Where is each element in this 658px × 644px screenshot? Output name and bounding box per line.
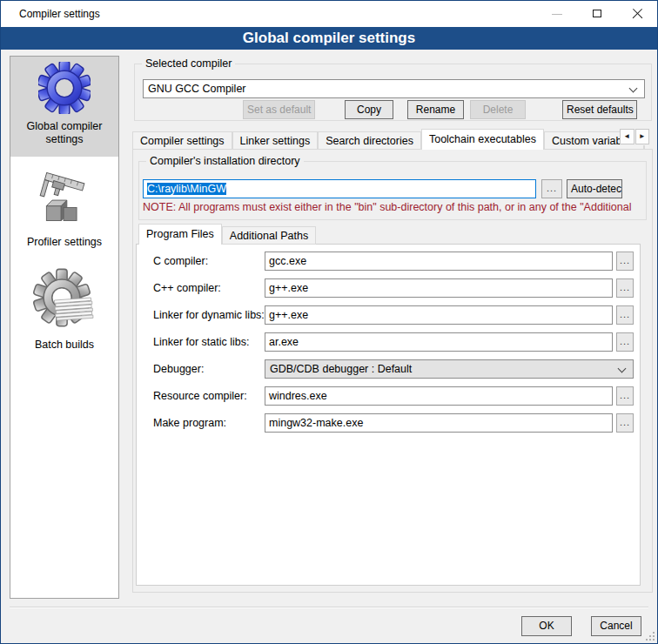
- maximize-button[interactable]: [577, 1, 617, 27]
- compiler-settings-dialog: Compiler settings Global compiler settin…: [0, 0, 658, 644]
- chevron-down-icon: [618, 365, 627, 373]
- dynamic-linker-input[interactable]: g++.exe: [265, 305, 613, 325]
- tab-scroll-right-icon[interactable]: ►: [635, 129, 650, 144]
- debugger-value: GDB/CDB debugger : Default: [270, 363, 412, 375]
- sidebar-item-label: Profiler settings: [10, 236, 118, 249]
- c-compiler-label: C compiler:: [153, 252, 208, 271]
- titlebar: Compiler settings: [1, 1, 657, 27]
- delete-button: Delete: [470, 100, 526, 119]
- resize-grip-icon[interactable]: [646, 632, 655, 641]
- close-button[interactable]: [617, 1, 657, 27]
- installation-directory-input[interactable]: C:\raylib\MinGW: [143, 179, 536, 198]
- settings-tabstrip: Compiler settings Linker settings Search…: [132, 129, 649, 150]
- maximize-icon: [593, 10, 601, 17]
- caption-buttons: [537, 1, 657, 27]
- minimize-button: [537, 1, 577, 27]
- reset-defaults-button[interactable]: Reset defaults: [562, 100, 637, 119]
- cpp-compiler-label: C++ compiler:: [153, 278, 221, 298]
- cancel-button[interactable]: Cancel: [591, 616, 641, 636]
- resource-compiler-label: Resource compiler:: [153, 386, 247, 406]
- browse-c-compiler-button[interactable]: ...: [616, 252, 634, 271]
- static-linker-label: Linker for static libs:: [153, 332, 249, 352]
- static-linker-input[interactable]: ar.exe: [265, 332, 613, 352]
- page-title: Global compiler settings: [1, 27, 657, 49]
- dialog-header: Global compiler settings: [1, 27, 657, 50]
- chevron-down-icon: [629, 84, 638, 93]
- make-program-input[interactable]: mingw32-make.exe: [265, 413, 613, 433]
- tab-compiler-settings[interactable]: Compiler settings: [132, 131, 232, 150]
- subtab-additional-paths[interactable]: Additional Paths: [222, 226, 316, 245]
- rename-button[interactable]: Rename: [407, 100, 464, 119]
- batch-builds-gear-icon: [32, 268, 97, 332]
- tab-scroll-buttons: ◄ ►: [620, 129, 650, 145]
- set-as-default-button: Set as default: [243, 100, 315, 119]
- subtab-program-files[interactable]: Program Files: [138, 224, 222, 245]
- selected-compiler-value: GNU GCC Compiler: [148, 83, 246, 95]
- bin-subdirectory-note: NOTE: All programs must exist either in …: [143, 201, 646, 213]
- browse-resource-compiler-button[interactable]: ...: [616, 386, 634, 406]
- browse-make-program-button[interactable]: ...: [616, 413, 634, 433]
- minimize-icon: [552, 14, 562, 15]
- sidebar-item-global-compiler-settings[interactable]: Global compiler settings: [10, 57, 118, 157]
- sidebar-item-label: Batch builds: [10, 339, 118, 352]
- window-title: Compiler settings: [19, 1, 100, 27]
- debugger-label: Debugger:: [153, 359, 204, 379]
- sidebar-item-profiler-settings[interactable]: Profiler settings: [10, 165, 118, 249]
- tab-toolchain-executables[interactable]: Toolchain executables: [421, 129, 544, 150]
- sidebar-item-label: Global compiler settings: [10, 120, 118, 146]
- compiler-gear-icon: [38, 62, 91, 114]
- tab-linker-settings[interactable]: Linker settings: [232, 131, 319, 150]
- browse-dynamic-linker-button[interactable]: ...: [616, 305, 634, 325]
- make-program-label: Make program:: [153, 413, 226, 433]
- program-files-tabstrip: Program Files Additional Paths: [138, 224, 316, 245]
- ok-button[interactable]: OK: [521, 616, 572, 636]
- debugger-combobox[interactable]: GDB/CDB debugger : Default: [265, 359, 634, 379]
- selected-compiler-combobox[interactable]: GNU GCC Compiler: [143, 79, 645, 98]
- caliper-icon: [38, 172, 91, 230]
- browse-static-linker-button[interactable]: ...: [616, 332, 634, 352]
- c-compiler-input[interactable]: gcc.exe: [265, 252, 613, 271]
- installation-directory-group-label: Compiler's installation directory: [146, 155, 304, 168]
- tab-search-directories[interactable]: Search directories: [318, 131, 421, 150]
- tab-scroll-left-icon[interactable]: ◄: [620, 129, 634, 144]
- copy-button[interactable]: Copy: [345, 100, 393, 119]
- browse-cpp-compiler-button[interactable]: ...: [616, 278, 634, 298]
- settings-sidebar: Global compiler settings: [10, 56, 119, 599]
- installation-directory-value: C:\raylib\MinGW: [147, 183, 226, 195]
- browse-directory-button[interactable]: ...: [541, 179, 562, 198]
- cpp-compiler-input[interactable]: g++.exe: [265, 278, 613, 298]
- footer-divider: [10, 607, 648, 608]
- sidebar-item-batch-builds[interactable]: Batch builds: [10, 261, 118, 352]
- dynamic-linker-label: Linker for dynamic libs:: [153, 305, 265, 325]
- auto-detect-button[interactable]: Auto-detect: [567, 179, 622, 198]
- selected-compiler-group-label: Selected compiler: [142, 57, 235, 70]
- resource-compiler-input[interactable]: windres.exe: [265, 386, 613, 406]
